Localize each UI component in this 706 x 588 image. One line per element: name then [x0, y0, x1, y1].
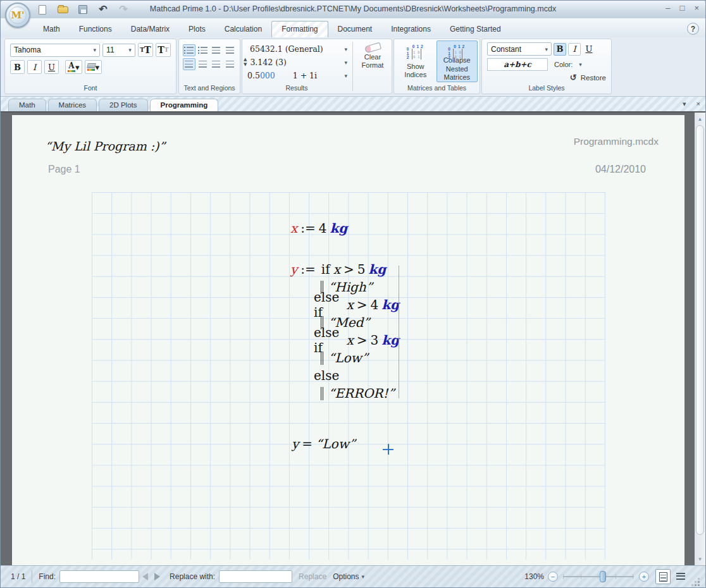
- ribbon-tab-functions[interactable]: Functions: [70, 21, 121, 37]
- result-format-select[interactable]: 65432.1 (General) ▾: [242, 42, 351, 56]
- clear-format-button[interactable]: Clear Format: [354, 39, 391, 94]
- find-input[interactable]: [59, 570, 139, 583]
- style-bold-button[interactable]: B: [554, 43, 566, 56]
- align-center-button[interactable]: [197, 58, 209, 70]
- open-button[interactable]: [56, 4, 69, 15]
- ribbon-tab-integrations[interactable]: Integrations: [381, 21, 440, 37]
- scrollbar-thumb[interactable]: [696, 125, 704, 535]
- draft-view-button[interactable]: [673, 569, 688, 584]
- increase-indent-icon: [212, 47, 220, 54]
- replace-button[interactable]: Replace: [299, 572, 326, 581]
- ribbon-tab-data-matrix[interactable]: Data/Matrix: [121, 21, 179, 37]
- label-style-select[interactable]: Constant ▾: [487, 42, 552, 56]
- window-controls: – □ ×: [666, 3, 699, 13]
- scroll-down-icon[interactable]: ▼: [695, 554, 705, 564]
- underline-button[interactable]: U: [44, 60, 59, 74]
- document-tab-bar: Math Matrices 2D Plots Programming ▾ ×: [1, 97, 705, 111]
- matrix-indices-icon: 012 012 1 00 1: [406, 46, 425, 61]
- close-button[interactable]: ×: [694, 3, 699, 13]
- label-styles-group: Constant ▾ B I U a+b+c Color: ▾ ↺ Restor…: [481, 39, 612, 94]
- replace-input[interactable]: [219, 570, 292, 583]
- font-color-button[interactable]: A ▾: [65, 60, 82, 74]
- doc-tab-2d-plots[interactable]: 2D Plots: [99, 99, 147, 111]
- new-document-button[interactable]: [36, 4, 49, 15]
- increase-indent-button[interactable]: [210, 44, 223, 56]
- style-italic-button[interactable]: I: [568, 43, 581, 56]
- page-view-button[interactable]: [655, 569, 671, 584]
- slider-thumb[interactable]: [600, 571, 606, 582]
- ribbon-tab-plots[interactable]: Plots: [179, 21, 215, 37]
- restore-button[interactable]: Restore: [581, 74, 606, 82]
- doc-tab-programming[interactable]: Programming: [150, 99, 219, 111]
- chevron-down-icon: ▾: [128, 47, 132, 53]
- vertical-scrollbar[interactable]: ▲ ▼: [695, 113, 705, 565]
- zoom-slider[interactable]: [563, 571, 634, 582]
- minimize-button[interactable]: –: [666, 3, 670, 13]
- program-region[interactable]: y:=ifx>5kg “High” else ifx>4kg “Med” els…: [290, 260, 399, 402]
- highlight-color-button[interactable]: ▾: [85, 60, 102, 74]
- tab-close-icon[interactable]: ×: [697, 100, 700, 108]
- save-button[interactable]: [77, 4, 89, 15]
- app-menu-button[interactable]: M': [5, 3, 30, 28]
- chevron-down-icon: ▾: [94, 47, 97, 53]
- numbered-list-icon: [198, 47, 207, 54]
- justify-button[interactable]: [224, 58, 237, 70]
- trailing-zeros-select[interactable]: 0.5000 1 + 1i ▾: [242, 69, 351, 82]
- tab-list-chevron-icon[interactable]: ▾: [683, 100, 686, 108]
- precision-select[interactable]: ▲▼ 3.142 (3) ▾: [242, 56, 351, 69]
- eraser-icon: [364, 42, 381, 53]
- ribbon-tab-bar: Math Functions Data/Matrix Plots Calcula…: [1, 18, 705, 37]
- matrix-collapse-icon: 012 012 1 00 1: [447, 46, 466, 54]
- decrease-indent-button[interactable]: [224, 44, 237, 56]
- zoom-out-button[interactable]: −: [548, 572, 558, 582]
- shrink-font-button[interactable]: TT: [156, 43, 171, 57]
- italic-button[interactable]: I: [27, 60, 42, 74]
- undo-button[interactable]: ↶: [97, 4, 109, 15]
- options-button[interactable]: Options: [333, 572, 359, 581]
- font-family-select[interactable]: Tahoma ▾: [10, 44, 100, 57]
- worksheet-page[interactable]: Programming.mcdx “My Lil Program :)” Pag…: [12, 115, 684, 565]
- ribbon-tab-getting-started[interactable]: Getting Started: [440, 21, 511, 37]
- align-right-button[interactable]: [210, 58, 223, 70]
- complex-format-sample: 1 + 1i: [293, 71, 317, 80]
- keyword-else: else: [314, 368, 339, 383]
- title-bar: M' ↶ ↷ Mathcad Prime 1.0 - D:\User Profi…: [1, 1, 705, 18]
- find-label: Find:: [39, 572, 56, 581]
- divider: [32, 570, 32, 583]
- zoom-in-button[interactable]: +: [639, 572, 649, 582]
- find-previous-icon[interactable]: [142, 573, 148, 580]
- slider-track: [563, 576, 634, 577]
- font-size-select[interactable]: 11 ▾: [102, 44, 135, 57]
- numbered-list-button[interactable]: [197, 44, 209, 56]
- doc-tab-matrices[interactable]: Matrices: [48, 99, 97, 111]
- ribbon-tab-calculation[interactable]: Calculation: [215, 21, 271, 37]
- program-branch-bar-icon: [321, 352, 323, 365]
- definition-x-region[interactable]: x := 4 kg: [290, 219, 347, 237]
- help-button[interactable]: ?: [687, 23, 699, 35]
- redo-button[interactable]: ↷: [117, 4, 130, 15]
- chevron-down-icon[interactable]: ▾: [361, 573, 364, 580]
- ribbon-tab-formatting[interactable]: Formatting: [271, 21, 328, 37]
- ribbon-tab-math[interactable]: Math: [34, 21, 70, 37]
- scroll-up-icon[interactable]: ▲: [695, 114, 705, 124]
- bullet-list-button[interactable]: [183, 44, 195, 56]
- replace-with-label: Replace with:: [170, 572, 215, 581]
- ribbon-tab-document[interactable]: Document: [328, 21, 382, 37]
- maximize-button[interactable]: □: [680, 3, 685, 13]
- align-left-button[interactable]: [183, 58, 195, 70]
- insertion-crosshair-icon[interactable]: [383, 444, 393, 455]
- style-underline-button[interactable]: U: [583, 43, 595, 56]
- results-group: 65432.1 (General) ▾ ▲▼ 3.142 (3) ▾ 0.500…: [242, 39, 392, 94]
- show-indices-button[interactable]: 012 012 1 00 1 Show Indices: [396, 40, 435, 82]
- find-next-icon[interactable]: [154, 573, 160, 580]
- spinner-icon[interactable]: ▲▼: [244, 58, 247, 67]
- worksheet-title-text[interactable]: “My Lil Program :)”: [45, 139, 165, 153]
- doc-tab-math[interactable]: Math: [8, 99, 46, 111]
- bold-button[interactable]: B: [10, 60, 25, 74]
- chevron-down-icon[interactable]: ▾: [579, 61, 582, 68]
- grow-font-button[interactable]: TT: [138, 43, 153, 57]
- collapse-nested-matrices-button[interactable]: 012 012 1 00 1 Collapse Nested Matrices: [437, 40, 478, 82]
- resize-grip[interactable]: [692, 579, 700, 587]
- program-line-elseif: else ifx>4kg: [314, 296, 399, 314]
- evaluation-y-region[interactable]: y = “Low”: [292, 435, 356, 453]
